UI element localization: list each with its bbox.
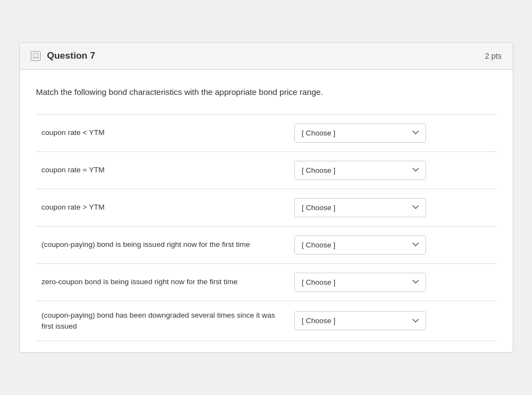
choose-select-5[interactable]: [ Choose ]Price < ParPrice = ParPrice > …	[294, 273, 426, 292]
choose-select-6[interactable]: [ Choose ]Price < ParPrice = ParPrice > …	[294, 311, 426, 330]
header-left: Question 7	[31, 50, 96, 61]
table-row: coupon rate < YTM[ Choose ]Price < ParPr…	[36, 114, 496, 151]
choose-select-3[interactable]: [ Choose ]Price < ParPrice = ParPrice > …	[294, 198, 426, 217]
table-row: coupon rate = YTM[ Choose ]Price < ParPr…	[36, 151, 496, 189]
row-label-6: (coupon-paying) bond has been downgraded…	[36, 301, 289, 341]
match-table: coupon rate < YTM[ Choose ]Price < ParPr…	[36, 114, 496, 342]
row-label-3: coupon rate > YTM	[36, 189, 289, 226]
points-label: 2 pts	[485, 52, 501, 60]
bookmark-icon[interactable]	[31, 51, 41, 61]
table-row: (coupon-paying) bond has been downgraded…	[36, 301, 496, 341]
table-row: zero-coupon bond is being issued right n…	[36, 263, 496, 301]
question-header: Question 7 2 pts	[20, 43, 513, 70]
question-card: Question 7 2 pts Match the following bon…	[19, 42, 513, 353]
choose-select-1[interactable]: [ Choose ]Price < ParPrice = ParPrice > …	[294, 123, 426, 143]
row-label-5: zero-coupon bond is being issued right n…	[36, 263, 289, 301]
choose-select-4[interactable]: [ Choose ]Price < ParPrice = ParPrice > …	[294, 235, 426, 255]
row-label-2: coupon rate = YTM	[36, 151, 289, 189]
question-body: Match the following bond characteristics…	[20, 70, 513, 352]
question-title: Question 7	[47, 50, 96, 61]
choose-select-2[interactable]: [ Choose ]Price < ParPrice = ParPrice > …	[294, 161, 426, 180]
question-text: Match the following bond characteristics…	[36, 86, 496, 99]
row-label-4: (coupon-paying) bond is being issued rig…	[36, 226, 289, 263]
table-row: coupon rate > YTM[ Choose ]Price < ParPr…	[36, 189, 496, 226]
table-row: (coupon-paying) bond is being issued rig…	[36, 226, 496, 263]
row-label-1: coupon rate < YTM	[36, 114, 289, 151]
